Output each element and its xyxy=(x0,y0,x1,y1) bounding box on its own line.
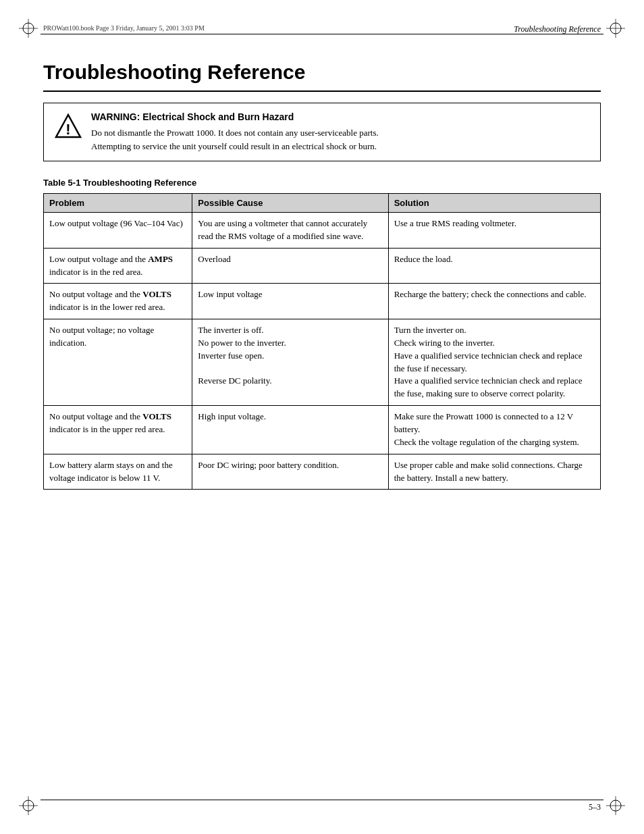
main-content: Troubleshooting Reference ! WARNING: Ele… xyxy=(43,47,601,780)
cause-cell: Overload xyxy=(192,248,388,284)
col-header-solution: Solution xyxy=(388,194,600,213)
table-row: No output voltage; no voltage indication… xyxy=(44,319,601,406)
reg-mark-tl xyxy=(19,19,38,38)
table-caption: Table 5-1 Troubleshooting Reference xyxy=(43,178,601,188)
solution-cell: Reduce the load. xyxy=(388,248,600,284)
table-row: No output voltage and the VOLTS indicato… xyxy=(44,406,601,454)
problem-cell: Low output voltage (96 Vac–104 Vac) xyxy=(44,213,192,249)
col-header-cause: Possible Cause xyxy=(192,194,388,213)
warning-icon: ! xyxy=(55,113,82,140)
file-info: PROWatt100.book Page 3 Friday, January 5… xyxy=(43,24,205,32)
page-number: 5–3 xyxy=(589,802,601,812)
cause-cell: High input voltage. xyxy=(192,406,388,454)
warning-content: WARNING: Electrical Shock and Burn Hazar… xyxy=(91,111,379,153)
page: PROWatt100.book Page 3 Friday, January 5… xyxy=(0,0,644,834)
solution-cell: Recharge the battery; check the connecti… xyxy=(388,284,600,319)
warning-box: ! WARNING: Electrical Shock and Burn Haz… xyxy=(43,103,601,161)
svg-text:!: ! xyxy=(65,121,70,138)
solution-cell: Use a true RMS reading voltmeter. xyxy=(388,213,600,249)
solution-cell: Use proper cable and make solid connecti… xyxy=(388,454,600,490)
table-row: No output voltage and the VOLTS indicato… xyxy=(44,284,601,319)
problem-cell: No output voltage; no voltage indication… xyxy=(44,319,192,406)
col-header-problem: Problem xyxy=(44,194,192,213)
problem-cell: Low output voltage and the AMPS indicato… xyxy=(44,248,192,284)
cause-cell: Poor DC wiring; poor battery condition. xyxy=(192,454,388,490)
table-row: Low output voltage (96 Vac–104 Vac) You … xyxy=(44,213,601,249)
cause-cell: The inverter is off.No power to the inve… xyxy=(192,319,388,406)
header-section-title: Troubleshooting Reference xyxy=(514,24,601,34)
cause-cell: You are using a voltmeter that cannot ac… xyxy=(192,213,388,249)
table-row: Low output voltage and the AMPS indicato… xyxy=(44,248,601,284)
reg-mark-br xyxy=(606,796,625,815)
warning-text: Do not dismantle the Prowatt 1000. It do… xyxy=(91,126,379,153)
troubleshooting-table: Problem Possible Cause Solution Low outp… xyxy=(43,193,601,490)
problem-cell: No output voltage and the VOLTS indicato… xyxy=(44,406,192,454)
footer-bar xyxy=(41,800,603,800)
warning-title: WARNING: Electrical Shock and Burn Hazar… xyxy=(91,111,379,122)
header-bar xyxy=(41,34,603,34)
reg-mark-bl xyxy=(19,796,38,815)
cause-cell: Low input voltage xyxy=(192,284,388,319)
reg-mark-tr xyxy=(606,19,625,38)
problem-cell: Low battery alarm stays on and the volta… xyxy=(44,454,192,490)
table-row: Low battery alarm stays on and the volta… xyxy=(44,454,601,490)
table-header-row: Problem Possible Cause Solution xyxy=(44,194,601,213)
solution-cell: Make sure the Prowatt 1000 is connected … xyxy=(388,406,600,454)
page-title: Troubleshooting Reference xyxy=(43,61,601,92)
solution-cell: Turn the inverter on.Check wiring to the… xyxy=(388,319,600,406)
problem-cell: No output voltage and the VOLTS indicato… xyxy=(44,284,192,319)
